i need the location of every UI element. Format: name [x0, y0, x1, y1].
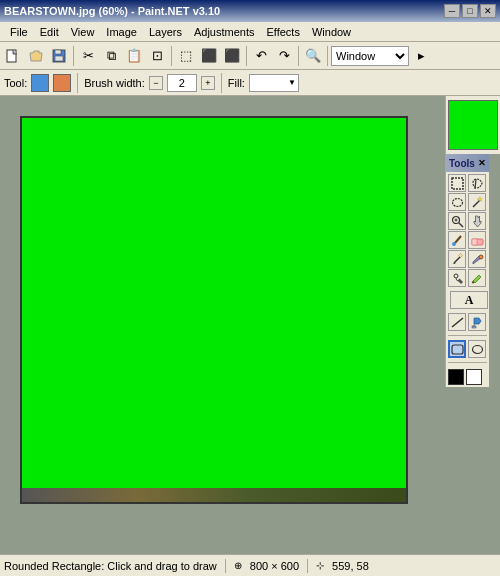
tools-panel: Tools ✕	[445, 154, 489, 387]
fill-dropdown[interactable]: ▼	[249, 74, 299, 92]
menu-edit[interactable]: Edit	[34, 22, 65, 41]
brush-width-input[interactable]	[167, 74, 197, 92]
menu-effects[interactable]: Effects	[261, 22, 306, 41]
copy-button[interactable]: ⧉	[100, 45, 122, 67]
svg-rect-4	[452, 178, 463, 189]
color-swatches	[446, 367, 489, 387]
toolbar-separator-5	[327, 46, 328, 66]
brush-width-decrease[interactable]: −	[149, 76, 163, 90]
eraser-tool[interactable]	[468, 231, 486, 249]
title-text: BEARSTOWN.jpg (60%) - Paint.NET v3.10	[4, 5, 220, 17]
invert-selection-button[interactable]: ⬛	[221, 45, 243, 67]
tools-grid	[446, 172, 489, 289]
fill-label: Fill:	[228, 77, 245, 89]
brush-width-increase[interactable]: +	[201, 76, 215, 90]
minimize-button[interactable]: ─	[444, 4, 460, 18]
line-curve-tool[interactable]	[448, 313, 466, 331]
tool-label: Tool:	[4, 77, 27, 89]
save-button[interactable]	[48, 45, 70, 67]
new-button[interactable]	[2, 45, 24, 67]
dimensions-text: 800 × 600	[250, 560, 299, 572]
thumbnail-panel	[445, 96, 500, 154]
toolbar-overflow-button[interactable]: ▸	[410, 45, 432, 67]
menu-window[interactable]: Window	[306, 22, 357, 41]
tools-separator-2	[448, 362, 487, 363]
cursor-icon: ⊕	[234, 560, 242, 571]
menu-view[interactable]: View	[65, 22, 101, 41]
svg-point-6	[452, 198, 462, 206]
menu-adjustments[interactable]: Adjustments	[188, 22, 261, 41]
paste-button[interactable]: 📋	[123, 45, 145, 67]
canvas-container[interactable]	[0, 96, 445, 554]
image-thumbnail	[448, 100, 498, 150]
tools-separator-1	[448, 335, 487, 336]
ellipse-draw-tool[interactable]	[468, 340, 486, 358]
window-controls: ─ □ ✕	[444, 4, 496, 18]
zoom-in-button[interactable]: 🔍	[302, 45, 324, 67]
canvas[interactable]	[20, 116, 408, 504]
undo-button[interactable]: ↶	[250, 45, 272, 67]
zoom-tool[interactable]	[448, 212, 466, 230]
pan-tool[interactable]	[468, 212, 486, 230]
text-tool[interactable]: A	[450, 291, 488, 309]
crop-button[interactable]: ⊡	[146, 45, 168, 67]
toolbar-separator-3	[246, 46, 247, 66]
clone-stamp-tool[interactable]	[448, 269, 466, 287]
background-color[interactable]	[466, 369, 482, 385]
svg-rect-3	[55, 56, 63, 61]
tool-options-bar: Tool: Brush width: − + Fill: ▼	[0, 70, 500, 96]
tools-panel-title: Tools	[449, 158, 475, 169]
redo-button[interactable]: ↷	[273, 45, 295, 67]
svg-point-21	[454, 274, 458, 278]
rectangle-select-tool[interactable]	[448, 174, 466, 192]
svg-point-25	[472, 345, 482, 353]
menu-image[interactable]: Image	[100, 22, 143, 41]
right-panel: Tools ✕	[445, 96, 500, 554]
options-separator-2	[221, 73, 222, 93]
svg-point-20	[479, 255, 483, 259]
window-select[interactable]: Window Full Screen	[331, 46, 409, 66]
paint-bucket-tool[interactable]	[468, 313, 486, 331]
pencil-tool[interactable]	[448, 250, 466, 268]
cut-button[interactable]: ✂	[77, 45, 99, 67]
tools-panel-header: Tools ✕	[446, 154, 489, 172]
status-text: Rounded Rectangle: Click and drag to dra…	[4, 560, 217, 572]
toolbar-separator-1	[73, 46, 74, 66]
select-all-button[interactable]: ⬛	[198, 45, 220, 67]
svg-point-14	[452, 242, 456, 246]
deselect-button[interactable]: ⬚	[175, 45, 197, 67]
coord-icon: ⊹	[316, 560, 324, 571]
tools-grid-2	[446, 311, 489, 333]
svg-rect-16	[472, 239, 477, 245]
menu-layers[interactable]: Layers	[143, 22, 188, 41]
title-bar: BEARSTOWN.jpg (60%) - Paint.NET v3.10 ─ …	[0, 0, 500, 22]
status-bar: Rounded Rectangle: Click and drag to dra…	[0, 554, 500, 576]
ellipse-select-tool[interactable]	[448, 193, 466, 211]
magic-wand-tool[interactable]	[468, 193, 486, 211]
svg-marker-8	[477, 196, 482, 201]
toolbar-separator-2	[171, 46, 172, 66]
color-picker-tool[interactable]	[468, 250, 486, 268]
foreground-color[interactable]	[448, 369, 464, 385]
secondary-color-swatch[interactable]	[53, 74, 71, 92]
svg-rect-23	[472, 326, 476, 328]
maximize-button[interactable]: □	[462, 4, 478, 18]
menu-file[interactable]: File	[4, 22, 34, 41]
paintbrush-tool[interactable]	[448, 231, 466, 249]
main-area: Tools ✕	[0, 96, 500, 554]
menu-bar: File Edit View Image Layers Adjustments …	[0, 22, 500, 42]
open-button[interactable]	[25, 45, 47, 67]
options-separator-1	[77, 73, 78, 93]
rounded-rect-tool[interactable]	[448, 340, 466, 358]
coordinates-text: 559, 58	[332, 560, 369, 572]
svg-rect-2	[55, 50, 61, 54]
status-divider-2	[307, 559, 308, 573]
lasso-select-tool[interactable]	[468, 174, 486, 192]
status-divider-1	[225, 559, 226, 573]
close-button[interactable]: ✕	[480, 4, 496, 18]
primary-color-swatch[interactable]	[31, 74, 49, 92]
recolor-tool[interactable]	[468, 269, 486, 287]
canvas-image-bottom	[22, 488, 406, 502]
svg-line-13	[455, 236, 461, 243]
tools-panel-close[interactable]: ✕	[478, 158, 486, 168]
